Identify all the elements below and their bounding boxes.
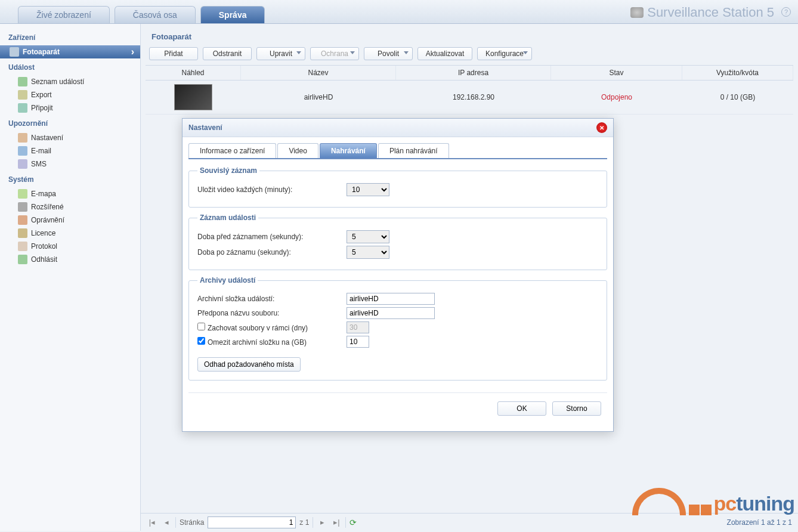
- logout-icon: [18, 255, 27, 264]
- pre-record-select[interactable]: 5: [347, 230, 389, 243]
- ok-button[interactable]: OK: [497, 401, 546, 416]
- page-of: z 1: [299, 518, 309, 527]
- sidebar-group-devices: Zařízení: [0, 29, 140, 45]
- sidebar-item-export[interactable]: Export: [0, 88, 140, 101]
- connect-icon: [18, 103, 27, 113]
- sidebar-item-label: Export: [31, 91, 52, 99]
- tab-management[interactable]: Správa: [200, 6, 265, 23]
- app-title-text: Surveillance Station 5: [647, 5, 774, 20]
- pager: |◂ ◂ Stránka z 1 ▸ ▸| ⟳ Zobrazení 1 až 1…: [141, 513, 798, 531]
- export-icon: [18, 90, 27, 100]
- refresh-button[interactable]: Aktualizovat: [417, 47, 472, 60]
- pre-record-label: Doba před záznamem (sekundy):: [197, 233, 347, 241]
- page-input[interactable]: [208, 516, 296, 528]
- chevron-down-icon: [350, 51, 355, 54]
- chevron-down-icon: [404, 51, 409, 54]
- sidebar-item-label: Licence: [31, 229, 55, 237]
- sidebar-item-log[interactable]: Protokol: [0, 240, 140, 253]
- sidebar-item-email[interactable]: E-mail: [0, 144, 140, 157]
- cancel-button[interactable]: Storno: [552, 401, 601, 416]
- sidebar-item-license[interactable]: Licence: [0, 227, 140, 240]
- col-quota[interactable]: Využito/kvóta: [682, 66, 793, 80]
- limit-folder-input[interactable]: [347, 336, 369, 348]
- cell-ip: 192.168.2.90: [396, 93, 551, 101]
- enable-button[interactable]: Povolit: [364, 47, 413, 60]
- add-button[interactable]: Přidat: [149, 47, 198, 60]
- last-page-button[interactable]: ▸|: [331, 518, 342, 527]
- post-record-select[interactable]: 5: [347, 246, 389, 259]
- sidebar-item-label: Připojit: [31, 104, 53, 112]
- sidebar-item-label: Fotoaparát: [23, 48, 60, 56]
- sidebar-item-settings[interactable]: Nastavení: [0, 131, 140, 144]
- chevron-down-icon: [296, 51, 301, 54]
- remove-button[interactable]: Odstranit: [203, 47, 252, 60]
- col-state[interactable]: Stav: [551, 66, 682, 80]
- sidebar-item-emap[interactable]: E-mapa: [0, 187, 140, 200]
- tab-recording[interactable]: Nahrávání: [320, 143, 377, 158]
- tab-video[interactable]: Video: [277, 143, 318, 158]
- page-label: Stránka: [180, 518, 204, 527]
- camera-icon: [630, 7, 644, 18]
- wrench-icon: [18, 133, 27, 143]
- app-title: Surveillance Station 5: [630, 5, 774, 20]
- sidebar-item-advanced[interactable]: Rozšířené: [0, 200, 140, 214]
- sidebar-item-logout[interactable]: Odhlásit: [0, 253, 140, 266]
- limit-folder-checkbox[interactable]: [197, 337, 205, 345]
- sidebar-item-label: SMS: [31, 160, 47, 168]
- refresh-icon[interactable]: ⟳: [349, 518, 357, 527]
- tab-schedule[interactable]: Plán nahrávání: [378, 143, 449, 158]
- col-ip[interactable]: IP adresa: [396, 66, 551, 80]
- sidebar-item-label: Odhlásit: [31, 255, 57, 264]
- close-button[interactable]: ✕: [596, 122, 607, 133]
- tab-timeline[interactable]: Časová osa: [115, 6, 196, 23]
- protection-button[interactable]: Ochrana: [310, 47, 359, 60]
- event-record-group: Záznam události Doba před záznamem (seku…: [188, 214, 607, 270]
- top-bar: Živé zobrazení Časová osa Správa Surveil…: [0, 0, 798, 24]
- prev-page-button[interactable]: ◂: [161, 518, 172, 527]
- sidebar-item-label: E-mail: [31, 147, 51, 155]
- help-icon[interactable]: ?: [781, 7, 791, 17]
- camera-icon: [10, 47, 19, 57]
- table-header: Náhled Název IP adresa Stav Využito/kvót…: [146, 65, 793, 81]
- sidebar-item-label: Nastavení: [31, 134, 63, 142]
- keep-files-input: [347, 321, 369, 333]
- table-row[interactable]: airliveHD 192.168.2.90 Odpojeno 0 / 10 (…: [146, 81, 793, 115]
- key-icon: [18, 215, 27, 225]
- first-page-button[interactable]: |◂: [147, 518, 157, 527]
- button-label: Ochrana: [321, 50, 348, 58]
- toolbar: Přidat Odstranit Upravit Ochrana Povolit…: [146, 47, 793, 65]
- estimate-space-button[interactable]: Odhad požadovaného místa: [197, 357, 301, 372]
- save-every-select[interactable]: 10: [347, 183, 389, 196]
- panel-title: Fotoaparát: [146, 30, 793, 47]
- sidebar-item-camera[interactable]: Fotoaparát: [0, 45, 140, 58]
- keep-files-label: Zachovat soubory v rámci (dny): [208, 324, 308, 332]
- tab-live-view[interactable]: Živé zobrazení: [18, 6, 110, 23]
- sidebar-item-connect[interactable]: Připojit: [0, 101, 140, 115]
- license-icon: [18, 228, 27, 238]
- configure-button[interactable]: Konfigurace: [477, 47, 532, 60]
- keep-files-checkbox[interactable]: [197, 323, 205, 330]
- archive-folder-input[interactable]: [347, 293, 435, 305]
- col-thumbnail[interactable]: Náhled: [146, 66, 241, 80]
- button-label: Povolit: [378, 50, 399, 58]
- cell-state: Odpojeno: [551, 93, 682, 101]
- filename-prefix-label: Předpona názvu souboru:: [197, 309, 347, 317]
- edit-button[interactable]: Upravit: [256, 47, 305, 60]
- sidebar-item-privileges[interactable]: Oprávnění: [0, 214, 140, 227]
- button-label: Konfigurace: [485, 50, 524, 58]
- col-name[interactable]: Název: [241, 66, 396, 80]
- next-page-button[interactable]: ▸: [317, 518, 327, 527]
- sidebar-item-event-list[interactable]: Seznam událostí: [0, 75, 140, 88]
- chevron-down-icon: [523, 51, 528, 54]
- sidebar-item-sms[interactable]: SMS: [0, 157, 140, 171]
- sidebar-item-label: Oprávnění: [31, 216, 64, 224]
- sms-icon: [18, 159, 27, 169]
- tab-device-info[interactable]: Informace o zařízení: [188, 143, 276, 158]
- fieldset-legend: Záznam události: [197, 214, 258, 222]
- sidebar-group-events: Událost: [0, 58, 140, 75]
- sidebar-item-label: Seznam událostí: [31, 78, 84, 86]
- mail-icon: [18, 146, 27, 156]
- cell-quota: 0 / 10 (GB): [682, 93, 793, 101]
- dialog-title: Nastavení: [188, 123, 222, 132]
- filename-prefix-input[interactable]: [347, 307, 435, 319]
